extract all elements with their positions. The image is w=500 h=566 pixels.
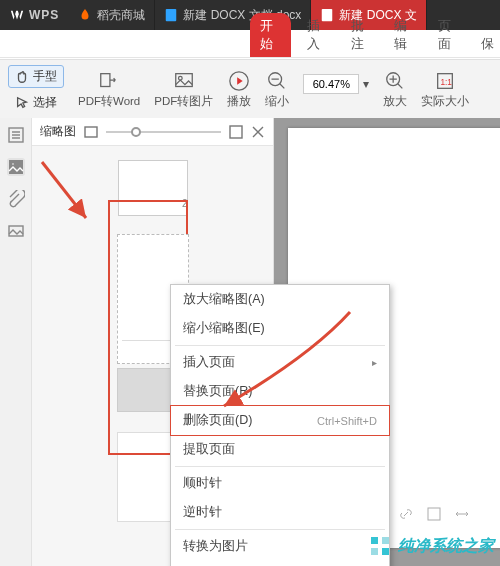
select-mode[interactable]: 选择	[8, 91, 64, 114]
tab-start[interactable]: 开始	[250, 13, 291, 57]
pdf-to-word[interactable]: PDF转Word	[78, 70, 140, 109]
zoom-value-group: ▾	[303, 74, 369, 106]
svg-rect-5	[101, 74, 110, 87]
outline-icon[interactable]	[7, 126, 25, 144]
tab-insert[interactable]: 插入	[301, 13, 334, 57]
zoom-input[interactable]	[303, 74, 359, 94]
submenu-arrow-icon: ▸	[372, 357, 377, 368]
svg-rect-17	[85, 127, 97, 137]
zoom-spacer	[335, 94, 338, 106]
ribbon-tabs: 开始 插入 批注 编辑 页面 保	[0, 30, 500, 58]
svg-rect-19	[428, 508, 440, 520]
close-icon[interactable]	[251, 125, 265, 139]
watermark-text: 纯净系统之家	[398, 536, 494, 557]
svg-text:1:1: 1:1	[441, 78, 453, 87]
zoom-in[interactable]: 放大	[383, 70, 407, 109]
tab-page[interactable]: 页面	[432, 13, 465, 57]
flame-icon	[78, 8, 92, 22]
annotation-arrow-1	[38, 158, 98, 238]
zoom-chevron-icon[interactable]: ▾	[363, 77, 369, 91]
tab-mall-label: 稻壳商城	[97, 7, 145, 24]
status-icons	[398, 506, 470, 522]
svg-rect-20	[371, 537, 378, 544]
select-mode-label: 选择	[33, 94, 57, 111]
hand-mode[interactable]: 手型	[8, 65, 64, 88]
svg-rect-18	[230, 126, 242, 138]
ctx-delete-shortcut: Ctrl+Shift+D	[317, 415, 377, 427]
app-name: WPS	[29, 8, 59, 22]
picture-small-icon[interactable]	[84, 125, 98, 139]
zoom-in-icon	[384, 70, 406, 92]
ctx-cw-label: 顺时针	[183, 475, 222, 492]
svg-rect-23	[382, 548, 389, 555]
zoom-out-label: 缩小	[265, 94, 289, 109]
tab-mall[interactable]: 稻壳商城	[69, 0, 155, 30]
zoom-out-icon	[266, 70, 288, 92]
ctx-toimg-label: 转换为图片	[183, 538, 248, 555]
link-icon[interactable]	[398, 506, 414, 522]
pdf-to-image-label: PDF转图片	[154, 94, 213, 109]
play-icon	[228, 70, 250, 92]
app-brand: WPS	[0, 0, 69, 30]
thumbnail-header: 缩略图	[32, 118, 273, 146]
ctx-extract-label: 提取页面	[183, 441, 235, 458]
slider-knob[interactable]	[131, 127, 141, 137]
thumb-size-slider[interactable]	[106, 131, 221, 133]
annotation-arrow-2	[210, 306, 360, 416]
navigator-icon[interactable]	[426, 506, 442, 522]
attachment-icon[interactable]	[7, 190, 25, 208]
pdf-to-word-label: PDF转Word	[78, 94, 140, 109]
svg-rect-22	[371, 548, 378, 555]
actual-size-label: 实际大小	[421, 94, 469, 109]
actual-size-icon: 1:1	[434, 70, 456, 92]
separator	[175, 529, 385, 530]
hand-mode-label: 手型	[33, 68, 57, 85]
ctx-extract-page[interactable]: 提取页面	[171, 435, 389, 464]
picture-icon[interactable]	[7, 222, 25, 240]
cursor-icon	[15, 96, 29, 110]
tab-review[interactable]: 批注	[345, 13, 378, 57]
separator	[175, 466, 385, 467]
ribbon-toolbar: 手型 选择 PDF转Word PDF转图片 播放 缩小 ▾ 放大 1:1 实际大…	[0, 60, 500, 120]
zoom-in-label: 放大	[383, 94, 407, 109]
pointer-modes: 手型 选择	[8, 65, 64, 114]
svg-rect-21	[382, 537, 389, 544]
thumbnail-title: 缩略图	[40, 123, 76, 140]
hand-icon	[15, 70, 29, 84]
ctx-print[interactable]: 打印(P)Ctrl+P	[171, 561, 389, 566]
zoom-out[interactable]: 缩小	[265, 70, 289, 109]
svg-point-15	[11, 163, 14, 166]
wps-logo-icon	[10, 8, 24, 22]
picture-large-icon[interactable]	[229, 125, 243, 139]
fit-width-icon[interactable]	[454, 506, 470, 522]
play-label: 播放	[227, 94, 251, 109]
watermark: 纯净系统之家	[368, 534, 494, 558]
svg-rect-0	[166, 9, 177, 21]
ctx-ccw-label: 逆时针	[183, 504, 222, 521]
side-nav	[0, 118, 32, 566]
pdf2img-icon	[173, 70, 195, 92]
pdf2word-icon	[98, 70, 120, 92]
watermark-logo-icon	[368, 534, 392, 558]
pdf-to-image[interactable]: PDF转图片	[154, 70, 213, 109]
play-button[interactable]: 播放	[227, 70, 251, 109]
tab-protect[interactable]: 保	[475, 31, 500, 57]
svg-rect-14	[9, 160, 23, 174]
ctx-to-image[interactable]: 转换为图片	[171, 532, 389, 561]
thumbnails-icon[interactable]	[7, 158, 25, 176]
ctx-rotate-cw[interactable]: 顺时针	[171, 469, 389, 498]
actual-size[interactable]: 1:1 实际大小	[421, 70, 469, 109]
tab-edit[interactable]: 编辑	[388, 13, 421, 57]
ctx-rotate-ccw[interactable]: 逆时针	[171, 498, 389, 527]
docx-icon	[164, 8, 178, 22]
